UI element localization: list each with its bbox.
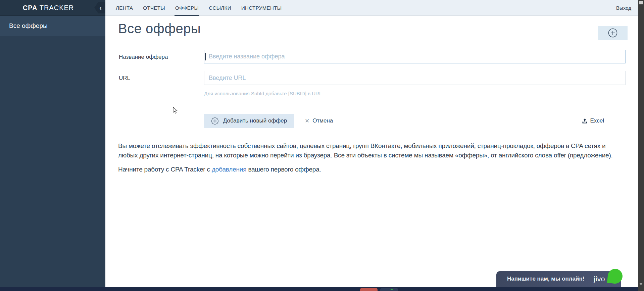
add-offer-toggle-button[interactable] — [598, 26, 628, 40]
green-dot-icon — [391, 289, 393, 290]
bottom-bar — [0, 287, 644, 291]
offer-url-label: URL — [119, 75, 130, 82]
tab-ssylki[interactable]: ССЫЛКИ — [209, 0, 231, 16]
circle-plus-icon — [211, 117, 219, 125]
circle-plus-icon — [608, 28, 618, 38]
sidebar-header: CPA TRACKER ‹ — [0, 0, 105, 16]
intro-paragraph: Вы можете отслеживать эффективность собс… — [118, 141, 622, 160]
topbar: ЛЕНТА ОТЧЕТЫ ОФФЕРЫ ССЫЛКИ ИНСТРУМЕНТЫ В… — [105, 0, 638, 16]
excel-export-link[interactable]: Excel — [582, 117, 604, 124]
tab-offery[interactable]: ОФФЕРЫ — [175, 0, 199, 16]
text-caret — [205, 53, 206, 60]
logout-link[interactable]: Выход — [616, 5, 631, 11]
tab-lenta[interactable]: ЛЕНТА — [116, 0, 133, 16]
chat-message: Напишите нам, мы онлайн! — [507, 276, 584, 282]
scroll-down-arrow-icon[interactable] — [639, 283, 643, 285]
sidebar-item-all-offers[interactable]: Все офферы — [0, 16, 105, 36]
tab-instrumenty[interactable]: ИНСТРУМЕНТЫ — [241, 0, 282, 16]
bottom-bar-red-button[interactable] — [360, 288, 378, 291]
sidebar-nav: Все офферы — [0, 16, 105, 36]
excel-link-label: Excel — [590, 117, 604, 124]
add-offer-button-label: Добавить новый оффер — [223, 117, 287, 124]
tab-label: ИНСТРУМЕНТЫ — [241, 5, 282, 11]
close-icon: ✕ — [305, 117, 309, 125]
offer-url-input[interactable] — [204, 71, 626, 85]
sidebar-item-label: Все офферы — [9, 22, 48, 30]
add-first-offer-link[interactable]: добавления — [212, 166, 246, 173]
tab-label: ЛЕНТА — [116, 5, 133, 11]
sidebar: CPA TRACKER ‹ Все офферы — [0, 0, 105, 287]
app-logo-bold: CPA — [23, 4, 38, 11]
app-logo: CPA TRACKER — [0, 0, 105, 16]
bottom-bar-green-button[interactable] — [380, 288, 398, 291]
cancel-button[interactable]: ✕ Отмена — [305, 117, 333, 125]
upload-icon — [582, 118, 588, 124]
getting-started-prefix: Начните работу с CPA Tracker с — [118, 166, 212, 173]
app-logo-rest: TRACKER — [40, 4, 74, 11]
cancel-button-label: Отмена — [312, 117, 333, 124]
vertical-scrollbar[interactable] — [638, 0, 644, 291]
add-offer-button[interactable]: Добавить новый оффер — [204, 114, 294, 128]
chat-widget[interactable]: Напишите нам, мы онлайн! jivo — [496, 271, 621, 287]
chevron-left-icon: ‹ — [97, 4, 102, 11]
page-title: Все офферы — [118, 21, 201, 36]
offer-name-label: Название оффера — [119, 54, 168, 60]
form-actions: Добавить новый оффер ✕ Отмена Excel — [204, 114, 626, 128]
tab-label: ОФФЕРЫ — [175, 5, 199, 11]
getting-started-paragraph: Начните работу с CPA Tracker с добавлени… — [118, 165, 622, 174]
subid-hint: Для использования SubId добавьте [SUBID]… — [204, 91, 322, 96]
offer-name-input[interactable] — [204, 50, 626, 63]
tab-label: ССЫЛКИ — [209, 5, 231, 11]
tab-otchety[interactable]: ОТЧЕТЫ — [143, 0, 165, 16]
scrollbar-thumb[interactable] — [639, 1, 643, 4]
tab-label: ОТЧЕТЫ — [143, 5, 165, 11]
jivo-logo: jivo — [594, 275, 605, 283]
main-content: Все офферы Название оффера URL Для испол… — [105, 16, 638, 287]
app-window: CPA TRACKER ‹ Все офферы ЛЕНТА ОТЧЕТЫ ОФ… — [0, 0, 644, 291]
getting-started-suffix: вашего первого оффера. — [246, 166, 321, 173]
